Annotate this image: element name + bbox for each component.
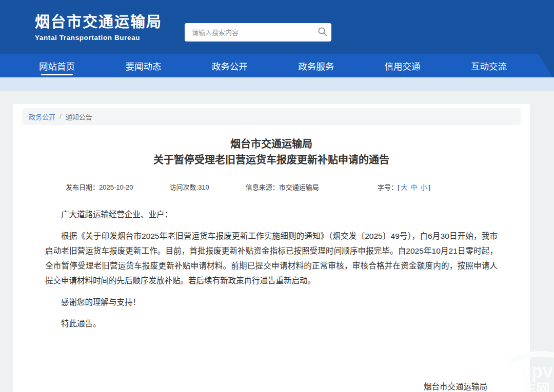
font-size-control: 字号：[大中小] <box>378 182 430 192</box>
article-body: 广大道路运输经营企业、业户：根据《关于印发烟台市2025年老旧营运货车报废更新工… <box>45 207 498 331</box>
visit-count-value: 310 <box>198 183 209 191</box>
article-meta: 发布日期：2025-10-20 访问次数:310 信息来源：市交通运输局 字号：… <box>45 182 498 192</box>
publish-date: 发布日期：2025-10-20 <box>66 182 133 192</box>
signature-block: 烟台市交通运输局 2025年10月20日 <box>45 378 498 392</box>
site-logo: 烟台市交通运输局 Yantai Transportation Bureau <box>35 14 162 42</box>
font-size-small-link[interactable]: 小 <box>421 183 427 191</box>
search-icon <box>318 27 327 38</box>
info-source-value: 市交通运输局 <box>279 183 319 191</box>
nav-item[interactable]: 互动交流 <box>471 54 507 77</box>
article-paragraph: 广大道路运输经营企业、业户： <box>45 207 498 222</box>
nav-item-label: 互动交流 <box>471 59 507 72</box>
nav-list: 网站首页 要闻动态 政务公开 政务服务 信用交通 互动交流 <box>0 54 554 77</box>
article-paragraph: 特此通告。 <box>45 316 498 331</box>
search-input[interactable] <box>185 29 313 36</box>
article-title-line1: 烟台市交通运输局 <box>45 136 498 152</box>
site-name-chinese: 烟台市交通运输局 <box>35 14 162 30</box>
signature-org: 烟台市交通运输局 <box>45 378 487 392</box>
bracket-close: ] <box>429 183 431 191</box>
site-name-english: Yantai Transportation Bureau <box>35 34 162 42</box>
nav-item[interactable]: 信用交通 <box>385 54 421 77</box>
site-header: 烟台市交通运输局 Yantai Transportation Bureau <box>0 0 554 54</box>
page: 烟台市交通运输局 Yantai Transportation Bureau 网站… <box>0 0 554 392</box>
sub-nav-strip <box>0 77 554 91</box>
nav-item[interactable]: 网站首页 <box>39 54 75 77</box>
nav-item-label: 网站首页 <box>39 59 75 72</box>
nav-item-label: 政务公开 <box>212 59 248 72</box>
info-source-label: 信息来源： <box>246 183 279 191</box>
font-size-label: 字号： <box>378 183 398 191</box>
article: 烟台市交通运输局 关于暂停受理老旧营运货车报废更新补贴申请的通告 发布日期：20… <box>22 136 521 392</box>
breadcrumb-separator: / <box>60 113 62 120</box>
visit-count: 访问次数:310 <box>170 182 209 192</box>
nav-item[interactable]: 政务服务 <box>298 54 334 77</box>
article-paragraph: 感谢您的理解与支持！ <box>45 295 498 310</box>
article-card: 政务公开 / 通知公告 烟台市交通运输局 关于暂停受理老旧营运货车报废更新补贴申… <box>13 104 530 392</box>
breadcrumb-current: 通知公告 <box>66 112 92 121</box>
breadcrumb: 政务公开 / 通知公告 <box>22 108 521 125</box>
bracket-open: [ <box>398 183 400 191</box>
article-title: 烟台市交通运输局 关于暂停受理老旧营运货车报废更新补贴申请的通告 <box>45 136 498 168</box>
font-size-large-link[interactable]: 大 <box>401 183 408 191</box>
nav-item-label: 要闻动态 <box>125 59 161 72</box>
visit-count-label: 访问次数: <box>170 183 199 191</box>
search-button[interactable] <box>313 23 331 42</box>
breadcrumb-parent-link[interactable]: 政务公开 <box>29 112 55 121</box>
font-size-medium-link[interactable]: 中 <box>411 183 418 191</box>
nav-item[interactable]: 要闻动态 <box>125 54 161 77</box>
publish-date-label: 发布日期： <box>66 183 99 191</box>
nav-item-label: 信用交通 <box>385 59 421 72</box>
search-box <box>185 23 331 42</box>
info-source: 信息来源：市交通运输局 <box>246 182 319 192</box>
content-area: 政务公开 / 通知公告 烟台市交通运输局 关于暂停受理老旧营运货车报废更新补贴申… <box>0 91 554 392</box>
publish-date-value: 2025-10-20 <box>99 183 133 191</box>
nav-item[interactable]: 政务公开 <box>212 54 248 77</box>
nav-item-label: 政务服务 <box>298 59 334 72</box>
main-nav: 网站首页 要闻动态 政务公开 政务服务 信用交通 互动交流 <box>0 54 554 77</box>
article-title-line2: 关于暂停受理老旧营运货车报废更新补贴申请的通告 <box>45 152 498 168</box>
article-paragraph: 根据《关于印发烟台市2025年老旧营运货车报废更新工作实施细则的通知》（烟交发〔… <box>45 229 498 288</box>
